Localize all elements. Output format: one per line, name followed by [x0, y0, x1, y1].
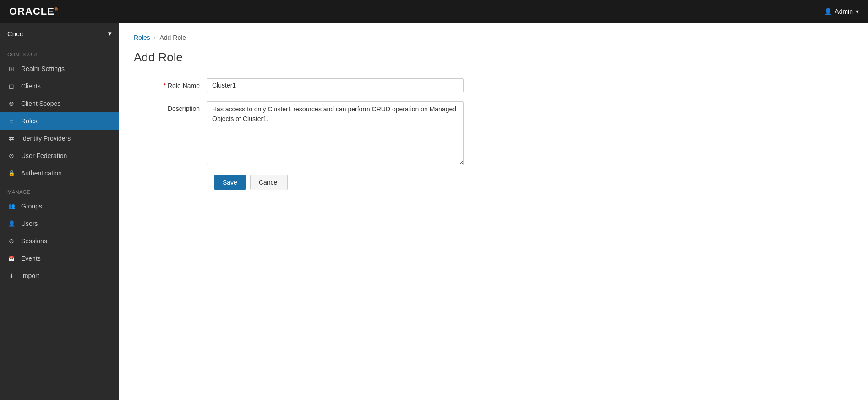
user-chevron-icon: ▾: [856, 8, 859, 15]
user-circle-icon: 👤: [824, 8, 832, 15]
sidebar-item-label: Groups: [21, 203, 42, 210]
client-icon: [7, 82, 16, 90]
description-label: Description: [134, 101, 207, 112]
role-name-label: *Role Name: [134, 78, 207, 89]
oracle-logo: ORACLE®: [9, 5, 58, 17]
sidebar-item-label: Sessions: [21, 237, 47, 245]
sidebar-item-groups[interactable]: Groups: [0, 197, 119, 215]
sidebar-item-label: Clients: [21, 82, 41, 90]
federation-icon: [7, 152, 16, 160]
sidebar-item-label: Users: [21, 220, 38, 227]
import-icon: [7, 272, 16, 280]
role-icon: [7, 117, 16, 125]
realm-chevron-icon: ▾: [108, 29, 112, 38]
grid-icon: [7, 65, 16, 73]
breadcrumb-parent[interactable]: Roles: [134, 34, 150, 41]
sidebar-item-identity-providers[interactable]: Identity Providers: [0, 130, 119, 147]
sidebar-item-label: Realm Settings: [21, 65, 65, 72]
sidebar-item-sessions[interactable]: Sessions: [0, 232, 119, 250]
sidebar-item-authentication[interactable]: Authentication: [0, 164, 119, 182]
breadcrumb-separator: ›: [154, 34, 156, 41]
configure-section-label: Configure: [0, 44, 119, 60]
scope-icon: [7, 99, 16, 108]
save-button[interactable]: Save: [214, 175, 246, 190]
sidebar-item-label: Events: [21, 255, 41, 262]
idp-icon: [7, 134, 16, 142]
sidebar-item-import[interactable]: Import: [0, 267, 119, 285]
sidebar-item-label: Import: [21, 272, 39, 279]
sidebar-item-label: User Federation: [21, 152, 67, 159]
user-name: Admin: [835, 8, 853, 15]
breadcrumb: Roles › Add Role: [134, 34, 853, 41]
manage-section-label: Manage: [0, 182, 119, 197]
realm-name: Cncc: [7, 30, 23, 38]
groups-icon: [7, 202, 16, 210]
logo-sup: ®: [55, 7, 58, 12]
main-content: Roles › Add Role Add Role *Role Name Des…: [119, 23, 868, 400]
sidebar-item-users[interactable]: Users: [0, 215, 119, 232]
topbar: ORACLE® 👤 Admin ▾: [0, 0, 868, 23]
auth-icon: [7, 169, 16, 177]
sidebar-item-label: Roles: [21, 117, 38, 125]
users-icon: [7, 219, 16, 228]
required-star: *: [164, 82, 166, 89]
sidebar-item-realm-settings[interactable]: Realm Settings: [0, 60, 119, 77]
form-actions: Save Cancel: [134, 175, 853, 190]
sessions-icon: [7, 237, 16, 245]
sidebar-item-clients[interactable]: Clients: [0, 77, 119, 95]
role-name-input[interactable]: [207, 78, 464, 92]
breadcrumb-current: Add Role: [159, 34, 186, 41]
sidebar-item-client-scopes[interactable]: Client Scopes: [0, 95, 119, 112]
sidebar: Cncc ▾ Configure Realm Settings Clients …: [0, 23, 119, 400]
description-textarea[interactable]: Has access to only Cluster1 resources an…: [207, 101, 464, 165]
main-layout: Cncc ▾ Configure Realm Settings Clients …: [0, 23, 868, 400]
description-group: Description Has access to only Cluster1 …: [134, 101, 464, 165]
user-menu[interactable]: 👤 Admin ▾: [824, 8, 859, 15]
sidebar-item-label: Identity Providers: [21, 135, 71, 142]
role-name-group: *Role Name: [134, 78, 464, 92]
sidebar-item-label: Client Scopes: [21, 100, 60, 107]
events-icon: [7, 254, 16, 263]
realm-selector[interactable]: Cncc ▾: [0, 23, 119, 44]
cancel-button[interactable]: Cancel: [250, 175, 288, 190]
sidebar-item-user-federation[interactable]: User Federation: [0, 147, 119, 164]
sidebar-item-label: Authentication: [21, 170, 62, 177]
sidebar-item-roles[interactable]: Roles: [0, 112, 119, 130]
sidebar-item-events[interactable]: Events: [0, 250, 119, 267]
page-title: Add Role: [134, 50, 853, 65]
